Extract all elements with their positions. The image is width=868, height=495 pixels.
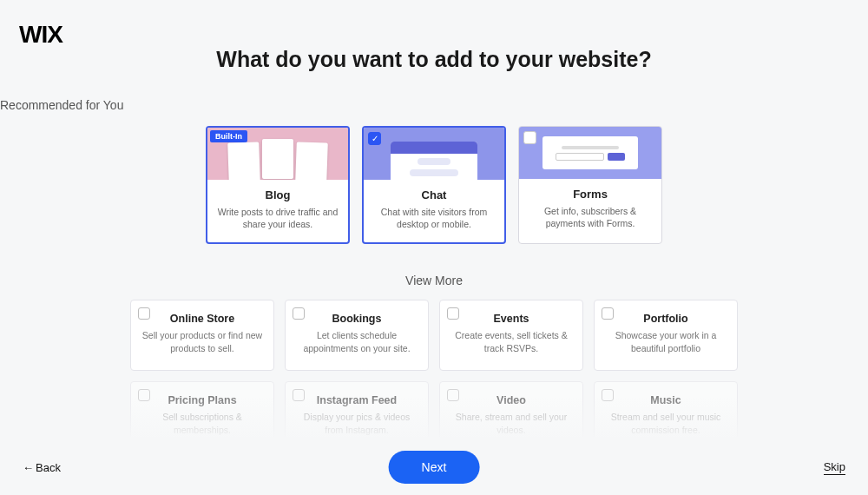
more-card-online-store[interactable]: Online Store Sell your products or find …	[130, 300, 274, 371]
viewmore-label: View More	[0, 274, 868, 287]
card-desc: Share, stream and sell your videos.	[449, 411, 574, 435]
card-desc: Write posts to drive traffic and share y…	[214, 206, 342, 230]
recommended-row: Built-In Blog Write posts to drive traff…	[0, 126, 868, 244]
card-title: Music	[603, 394, 728, 406]
skip-button[interactable]: Skip	[824, 460, 845, 475]
chat-mock-graphic	[391, 142, 477, 181]
card-desc: Display your pics & videos from Instagra…	[294, 411, 419, 435]
forms-mock-graphic	[542, 136, 638, 169]
back-button[interactable]: ← Back	[23, 461, 61, 474]
card-body: Forms Get info, subscribers & payments w…	[519, 179, 661, 241]
more-card-video[interactable]: Video Share, stream and sell your videos…	[439, 381, 583, 437]
card-checkbox[interactable]	[293, 307, 305, 320]
footer-bar: ← Back Next Skip	[0, 439, 868, 495]
more-card-music[interactable]: Music Stream and sell your music commiss…	[594, 381, 738, 437]
card-checkbox[interactable]	[447, 307, 459, 320]
card-desc: Sell your products or find new products …	[140, 329, 265, 353]
card-desc: Let clients schedule appointments on you…	[294, 329, 419, 353]
more-card-bookings[interactable]: Bookings Let clients schedule appointmen…	[285, 300, 429, 371]
card-body: Chat Chat with site visitors from deskto…	[364, 180, 504, 242]
card-body: Blog Write posts to drive traffic and sh…	[207, 180, 348, 242]
card-title: Forms	[525, 188, 655, 201]
back-label: Back	[36, 461, 61, 474]
recommended-card-chat[interactable]: ✓ Chat Chat with site visitors from desk…	[362, 126, 506, 244]
card-desc: Create events, sell tickets & track RSVP…	[449, 329, 574, 353]
more-grid: Online Store Sell your products or find …	[0, 300, 868, 437]
card-checkbox[interactable]	[138, 389, 150, 401]
card-title: Blog	[214, 188, 342, 201]
card-desc: Stream and sell your music commission fr…	[603, 411, 728, 435]
card-desc: Sell subscriptions & memberships.	[140, 411, 265, 435]
card-title: Events	[449, 313, 574, 325]
card-desc: Get info, subscribers & payments with Fo…	[525, 205, 655, 229]
card-checkbox[interactable]	[138, 307, 150, 320]
recommended-card-blog[interactable]: Built-In Blog Write posts to drive traff…	[206, 126, 350, 244]
card-checkbox[interactable]	[523, 131, 536, 144]
card-title: Pricing Plans	[140, 394, 265, 406]
card-title: Portfolio	[603, 313, 728, 325]
card-title: Online Store	[140, 313, 265, 325]
blog-mock-graphic	[228, 139, 327, 179]
card-desc: Showcase your work in a beautiful portfo…	[603, 329, 728, 353]
card-title: Chat	[370, 188, 498, 201]
more-card-portfolio[interactable]: Portfolio Showcase your work in a beauti…	[594, 300, 738, 371]
card-checkbox[interactable]	[447, 389, 459, 401]
recommended-card-forms[interactable]: Forms Get info, subscribers & payments w…	[518, 126, 662, 244]
header: What do you want to add to your website?	[0, 0, 868, 72]
card-checkbox[interactable]	[602, 389, 614, 401]
forms-preview	[519, 127, 661, 179]
card-checkbox[interactable]: ✓	[368, 132, 381, 145]
page-title: What do you want to add to your website?	[0, 47, 868, 72]
card-checkbox[interactable]	[602, 307, 614, 320]
blog-preview: Built-In	[207, 128, 348, 180]
card-checkbox[interactable]	[293, 389, 305, 401]
arrow-left-icon: ←	[23, 461, 34, 474]
card-title: Instagram Feed	[294, 394, 419, 406]
card-desc: Chat with site visitors from desktop or …	[370, 206, 498, 230]
chat-preview: ✓	[364, 128, 504, 180]
next-button[interactable]: Next	[389, 451, 480, 484]
more-card-pricing-plans[interactable]: Pricing Plans Sell subscriptions & membe…	[130, 381, 274, 437]
card-title: Bookings	[294, 313, 419, 325]
wix-logo: WIX	[19, 21, 62, 49]
card-title: Video	[449, 394, 574, 406]
scroll-area: Recommended for You Built-In Blog Write …	[0, 98, 868, 437]
recommended-label: Recommended for You	[0, 98, 868, 112]
more-card-instagram-feed[interactable]: Instagram Feed Display your pics & video…	[285, 381, 429, 437]
more-card-events[interactable]: Events Create events, sell tickets & tra…	[439, 300, 583, 371]
